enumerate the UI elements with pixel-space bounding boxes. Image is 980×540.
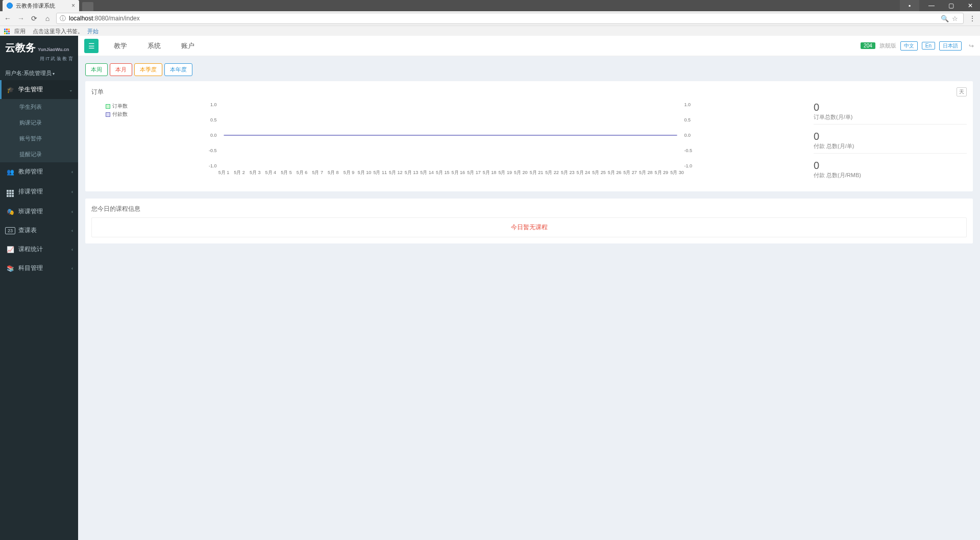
range-month-button[interactable]: 本月 [110,63,132,76]
svg-text:5月 29: 5月 29 [655,170,669,175]
users-icon: 👥 [5,168,15,176]
chart-icon: 📈 [5,246,15,253]
sidebar-sub-student-list[interactable]: 学生列表 [0,99,78,115]
svg-text:1.0: 1.0 [684,102,691,107]
info-icon[interactable]: ⓘ [60,14,66,23]
sidebar-item-label: 排课管理 [18,187,43,196]
apps-icon[interactable] [4,29,10,35]
menu-dots-icon[interactable]: ⋮ [968,14,977,22]
bookmark-start-link[interactable]: 开始 [87,28,99,35]
stat-label: 付款 总数(月/单) [814,142,967,150]
user-chrome-icon[interactable]: ▪ [900,0,919,11]
svg-text:5月 2: 5月 2 [234,170,245,175]
top-menu-teaching[interactable]: 教学 [114,41,127,51]
reload-icon[interactable]: ⟳ [30,14,39,22]
legend-swatch-orders [106,104,110,109]
sidebar-sub-purchase[interactable]: 购课记录 [0,115,78,131]
chevron-left-icon: ‹ [71,169,73,175]
back-icon[interactable]: ← [3,14,12,22]
user-label: 用户名:系统管理员 [5,70,52,76]
svg-text:5月 4: 5月 4 [265,170,277,175]
stat-value: 0 [814,160,967,171]
browser-tab[interactable]: 云教务排课系统 × [3,0,79,11]
star-icon[interactable]: ☆ [952,15,958,22]
day-badge-button[interactable]: 天 [957,87,967,96]
svg-text:5月 30: 5月 30 [670,170,684,175]
svg-text:5月 25: 5月 25 [592,170,606,175]
range-year-button[interactable]: 本年度 [164,63,192,76]
caret-down-icon: ▾ [53,71,55,76]
svg-text:5月 27: 5月 27 [623,170,637,175]
svg-text:5月 9: 5月 9 [344,170,355,175]
logo-sub: YunJiaoWu.cn [38,47,69,52]
top-menu-account[interactable]: 账户 [181,41,194,51]
stat-label: 付款 总数(月/RMB) [814,171,967,179]
range-week-button[interactable]: 本周 [85,63,108,76]
sidebar-item-class[interactable]: 🎭 班课管理 ‹ [0,202,78,221]
lang-en-button[interactable]: En [922,42,935,50]
home-icon[interactable]: ⌂ [43,14,52,22]
grid-icon [5,186,15,197]
apps-label[interactable]: 应用 [14,28,26,35]
legend-swatch-payments [106,112,110,117]
close-window-icon[interactable]: ✕ [961,0,980,11]
svg-text:5月 13: 5月 13 [405,170,419,175]
logout-icon[interactable]: ↪ [969,42,974,50]
svg-text:-0.5: -0.5 [684,148,693,153]
no-course-message: 今日暂无课程 [91,217,967,237]
menu-toggle-button[interactable]: ☰ [84,39,99,53]
bookmarks-bar: 应用 点击这里导入书签。 开始 [0,26,980,37]
sidebar-sub-remind[interactable]: 提醒记录 [0,146,78,162]
svg-text:5月 3: 5月 3 [250,170,261,175]
svg-text:5月 6: 5月 6 [297,170,308,175]
search-icon[interactable]: 🔍 [941,15,949,22]
svg-text:5月 26: 5月 26 [608,170,622,175]
maximize-icon[interactable]: ▢ [941,0,961,11]
sidebar-item-timetable[interactable]: 23 查课表 ‹ [0,221,78,240]
url-path: /main/index [108,15,139,22]
top-menu-system[interactable]: 系统 [148,41,161,51]
minimize-icon[interactable]: — [922,0,941,11]
top-menu: 教学 系统 账户 [114,41,194,51]
new-tab-button[interactable] [82,2,93,11]
chevron-left-icon: ‹ [71,266,73,271]
svg-text:5月 24: 5月 24 [577,170,591,175]
url-host: localhost [69,15,93,22]
book-icon: 📚 [5,265,15,272]
range-quarter-button[interactable]: 本季度 [134,63,162,76]
svg-text:5月 15: 5月 15 [436,170,450,175]
tab-bar: 云教务排课系统 × ▪ — ▢ ✕ [0,0,980,11]
sidebar-item-teacher[interactable]: 👥 教师管理 ‹ [0,162,78,181]
topbar: ☰ 教学 系统 账户 204 旗舰版 中文 En 日本語 ↪ [78,36,980,56]
lang-jp-button[interactable]: 日本語 [939,41,962,51]
lang-zh-button[interactable]: 中文 [900,41,918,51]
content: 本周 本月 本季度 本年度 订单 天 订单数 付款数 [78,56,980,258]
svg-text:-0.5: -0.5 [209,148,217,153]
version-label: 旗舰版 [879,42,896,50]
forward-icon: → [16,14,26,22]
chart-svg: 1.00.50.0-0.5-1.0 1.00.50.0-0.5-1.0 5月 1… [91,100,803,181]
user-dropdown[interactable]: 用户名:系统管理员▾ [0,66,78,80]
logo-text: 云教务 [5,41,36,55]
close-tab-icon[interactable]: × [71,2,75,9]
sidebar-item-stats[interactable]: 📈 课程统计 ‹ [0,240,78,259]
stat-value: 0 [814,102,967,113]
chevron-left-icon: ‹ [71,228,73,233]
notification-badge[interactable]: 204 [861,42,875,49]
svg-text:5月 5: 5月 5 [281,170,292,175]
legend-label: 付款数 [112,111,128,118]
sidebar-sub-suspend[interactable]: 账号暂停 [0,131,78,146]
url-input[interactable]: ⓘ localhost:8080/main/index 🔍 ☆ [56,13,964,24]
svg-text:5月 23: 5月 23 [561,170,575,175]
address-bar: ← → ⟳ ⌂ ⓘ localhost:8080/main/index 🔍 ☆ … [0,11,980,26]
sidebar-item-student[interactable]: 🎓 学生管理 ⌄ [0,80,78,99]
sidebar-item-label: 教师管理 [18,167,43,176]
svg-text:5月 1: 5月 1 [218,170,230,175]
sidebar-item-subject[interactable]: 📚 科目管理 ‹ [0,259,78,278]
svg-text:-1.0: -1.0 [209,163,217,168]
svg-text:5月 14: 5月 14 [420,170,434,175]
url-port: :8080 [93,15,108,22]
sidebar-item-label: 学生管理 [18,85,43,94]
sidebar-item-schedule[interactable]: 排课管理 ‹ [0,181,78,202]
sidebar-item-label: 课程统计 [18,245,43,254]
